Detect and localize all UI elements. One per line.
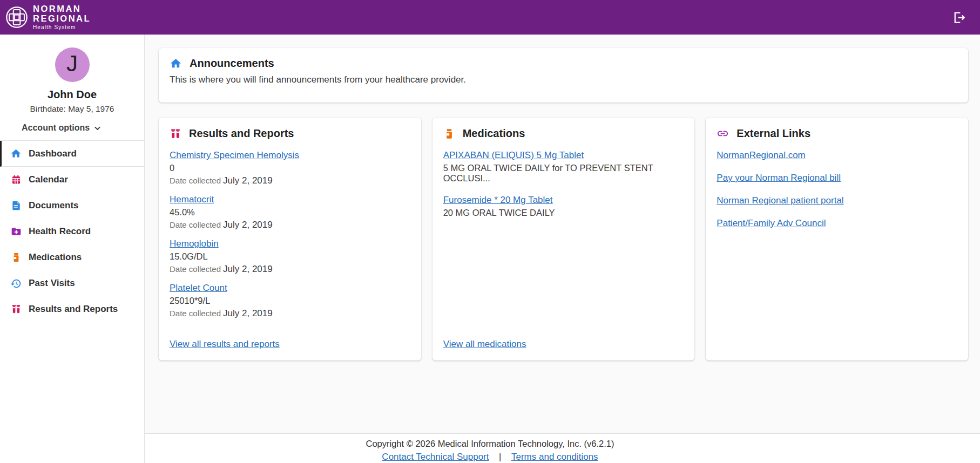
brand-line3: Health System [33,25,91,30]
medications-title: Medications [463,127,525,140]
terms-link[interactable]: Terms and conditions [511,452,598,462]
pill-bottle-icon [10,252,22,263]
external-links-card: External Links NormanRegional.com Pay yo… [706,118,968,360]
avatar: J [55,47,90,82]
result-value: 0 [170,163,410,173]
sidebar-item-label: Health Record [29,226,91,237]
medication-sig: 20 MG ORAL TWICE DAILY [443,208,684,218]
announcements-title: Announcements [190,57,274,70]
account-options-button[interactable]: Account options [22,123,102,133]
date-collected-label: Date collected [170,176,221,185]
chevron-down-icon [93,124,102,132]
date-collected-label: Date collected [170,264,221,274]
date-collected-value: July 2, 2019 [223,308,273,318]
sidebar-item-documents[interactable]: Documents [0,193,144,219]
main-content: Announcements This is where you will fin… [145,35,980,433]
sidebar-item-label: Past Visits [29,278,75,289]
external-links-title: External Links [736,127,810,140]
dashboard-cards-row: Results and Reports Chemistry Specimen H… [159,118,968,360]
result-item: Platelet Count 25010*9/L Date collectedJ… [170,283,410,319]
user-profile: J John Doe Birthdate: May 5, 1976 Accoun… [0,35,144,141]
home-icon [170,57,182,70]
announcements-card: Announcements This is where you will fin… [159,48,968,103]
sidebar-item-label: Documents [29,200,79,211]
medication-sig: 5 MG ORAL TWICE DAILY for TO PREVENT STE… [443,163,684,183]
sidebar: J John Doe Birthdate: May 5, 1976 Accoun… [0,35,145,463]
medication-item: APIXABAN (ELIQUIS) 5 Mg Tablet 5 MG ORAL… [443,150,684,183]
result-link[interactable]: Chemistry Specimen Hemolysis [170,150,299,160]
user-birthdate: Birthdate: May 5, 1976 [0,104,144,114]
brand-text: NORMAN REGIONAL Health System [33,4,91,31]
history-icon [10,278,22,289]
sidebar-item-health-record[interactable]: Health Record [0,219,144,244]
contact-support-link[interactable]: Contact Technical Support [382,452,489,462]
date-collected-label: Date collected [170,220,221,229]
sidebar-item-label: Calendar [29,174,68,185]
norman-regional-knot-icon [5,6,28,29]
brand-line2: REGIONAL [33,14,91,24]
logout-button[interactable] [951,10,966,25]
view-all-medications-link[interactable]: View all medications [443,339,526,349]
footer-separator: | [491,452,509,461]
sidebar-item-medications[interactable]: Medications [0,244,144,270]
calendar-icon [10,174,22,186]
logout-icon [951,10,966,25]
date-collected-label: Date collected [170,309,221,318]
result-link[interactable]: Platelet Count [170,283,227,293]
page-footer: Copyright © 2026 Medical Information Tec… [0,433,980,463]
brand-logo: NORMAN REGIONAL Health System [5,4,91,31]
date-collected-value: July 2, 2019 [223,175,273,186]
sidebar-nav: Dashboard Calendar [0,141,144,322]
result-value: 15.0G/DL [170,251,410,262]
result-item: Hemoglobin 15.0G/DL Date collectedJuly 2… [170,239,410,275]
brand-line1: NORMAN [33,4,91,14]
external-link[interactable]: NormanRegional.com [717,150,957,161]
home-icon [10,148,22,159]
external-link[interactable]: Patient/Family Adv Council [717,218,957,229]
folder-plus-icon [10,226,22,237]
date-collected-value: July 2, 2019 [223,264,273,274]
sidebar-item-results-and-reports[interactable]: Results and Reports [0,296,144,322]
medication-item: Furosemide * 20 Mg Tablet 20 MG ORAL TWI… [443,195,684,218]
result-link[interactable]: Hematocrit [170,194,214,205]
sidebar-item-calendar[interactable]: Calendar [0,167,144,193]
user-name: John Doe [0,88,144,101]
result-link[interactable]: Hemoglobin [170,239,219,249]
results-title: Results and Reports [189,127,294,140]
copyright-text: Copyright © 2026 Medical Information Tec… [0,439,980,449]
result-value: 25010*9/L [170,296,410,306]
result-value: 45.0% [170,207,410,217]
test-tubes-icon [10,304,22,315]
medications-card: Medications APIXABAN (ELIQUIS) 5 Mg Tabl… [432,118,695,360]
test-tubes-icon [170,128,181,140]
account-options-label: Account options [22,123,90,133]
results-card: Results and Reports Chemistry Specimen H… [159,118,421,360]
external-link[interactable]: Norman Regional patient portal [717,195,957,206]
medication-link[interactable]: APIXABAN (ELIQUIS) 5 Mg Tablet [443,150,584,160]
view-all-results-link[interactable]: View all results and reports [170,339,280,349]
app-header: NORMAN REGIONAL Health System [0,0,980,35]
sidebar-item-dashboard[interactable]: Dashboard [0,141,144,167]
sidebar-item-past-visits[interactable]: Past Visits [0,270,144,296]
medication-link[interactable]: Furosemide * 20 Mg Tablet [443,195,553,205]
result-item: Chemistry Specimen Hemolysis 0 Date coll… [170,150,410,186]
result-item: Hematocrit 45.0% Date collectedJuly 2, 2… [170,194,410,230]
document-icon [10,200,22,212]
sidebar-item-label: Medications [29,252,82,263]
link-icon [717,127,729,140]
sidebar-item-label: Results and Reports [29,304,118,315]
date-collected-value: July 2, 2019 [223,220,273,230]
sidebar-item-label: Dashboard [29,148,77,159]
avatar-initial: J [66,51,78,77]
announcements-body: This is where you will find announcement… [170,74,957,85]
pill-bottle-icon [443,128,455,140]
external-link[interactable]: Pay your Norman Regional bill [717,173,957,183]
